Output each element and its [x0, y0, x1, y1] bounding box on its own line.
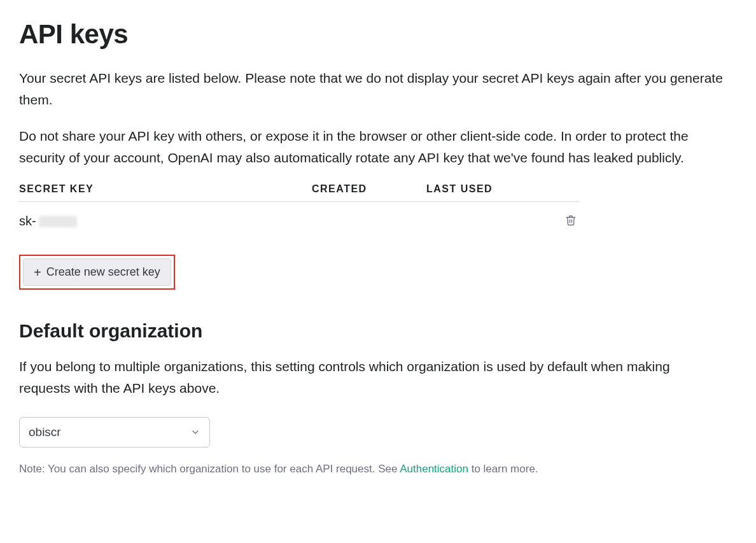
organization-selected-value: obiscr — [29, 425, 61, 439]
secret-key-value: sk- — [19, 214, 312, 229]
api-keys-table: SECRET KEY CREATED LAST USED sk- — [19, 183, 579, 248]
table-header-row: SECRET KEY CREATED LAST USED — [19, 183, 579, 202]
note-suffix: to learn more. — [468, 463, 538, 475]
description-paragraph-2: Do not share your API key with others, o… — [19, 125, 725, 168]
column-header-created: CREATED — [312, 183, 426, 195]
table-row: sk- — [19, 202, 579, 248]
create-key-highlight: + Create new secret key — [19, 255, 175, 290]
column-header-secret-key: SECRET KEY — [19, 183, 312, 195]
delete-key-button[interactable] — [563, 212, 579, 230]
default-organization-heading: Default organization — [19, 320, 737, 342]
plus-icon: + — [34, 266, 41, 279]
description-paragraph-1: Your secret API keys are listed below. P… — [19, 67, 725, 110]
redacted-key-suffix — [39, 216, 77, 227]
chevron-down-icon — [190, 427, 200, 437]
page-title: API keys — [19, 19, 737, 50]
key-prefix: sk- — [19, 214, 36, 229]
column-header-last-used: LAST USED — [426, 183, 541, 195]
authentication-link[interactable]: Authentication — [400, 463, 468, 475]
organization-description: If you belong to multiple organizations,… — [19, 356, 706, 398]
note-prefix: Note: You can also specify which organiz… — [19, 463, 400, 475]
create-new-secret-key-button[interactable]: + Create new secret key — [23, 258, 171, 286]
organization-note: Note: You can also specify which organiz… — [19, 463, 737, 476]
trash-icon — [565, 215, 577, 226]
column-header-actions — [541, 183, 579, 195]
organization-select[interactable]: obiscr — [19, 417, 210, 448]
create-button-label: Create new secret key — [46, 265, 160, 279]
